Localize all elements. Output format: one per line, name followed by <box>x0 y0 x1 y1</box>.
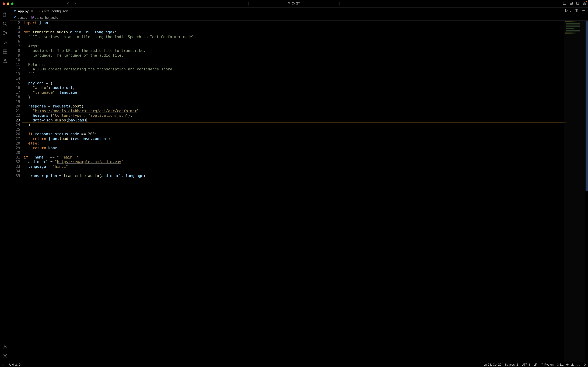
scrollbar[interactable] <box>586 21 588 362</box>
split-editor-icon[interactable] <box>575 9 578 13</box>
breadcrumb-symbol[interactable]: transcribe_audio <box>31 16 58 20</box>
function-icon <box>31 16 34 20</box>
svg-point-13 <box>3 34 4 35</box>
chevron-down-icon[interactable] <box>569 9 571 13</box>
status-bar: 0 0 Ln 23, Col 29 Spaces: 2 UTF-8 LF { }… <box>0 362 588 367</box>
settings-icon[interactable] <box>0 351 10 360</box>
svg-point-25 <box>583 10 584 11</box>
code-content[interactable]: import jsondef transcribe_audio(audio_ur… <box>24 21 588 362</box>
svg-rect-9 <box>583 3 584 4</box>
svg-rect-3 <box>570 2 573 4</box>
remote-icon[interactable] <box>2 363 6 366</box>
run-debug-icon[interactable] <box>0 38 10 47</box>
svg-point-24 <box>582 10 583 11</box>
code-editor[interactable]: 2345678910111213141516171819202122232425… <box>10 21 588 362</box>
explorer-icon[interactable] <box>0 10 10 19</box>
svg-point-26 <box>584 10 585 11</box>
activity-bar <box>0 7 10 362</box>
line-number-gutter[interactable]: 2345678910111213141516171819202122232425… <box>10 21 24 362</box>
svg-point-21 <box>5 355 6 356</box>
minimap[interactable] <box>564 21 585 362</box>
python-file-icon <box>13 10 17 13</box>
window-minimize[interactable] <box>7 2 9 5</box>
feedback-icon[interactable] <box>577 363 580 366</box>
panel-left-icon[interactable] <box>563 1 566 6</box>
svg-rect-7 <box>583 2 584 3</box>
nav-back-icon[interactable] <box>67 1 70 6</box>
language-mode[interactable]: { } Python <box>540 363 553 367</box>
panel-right-icon[interactable] <box>576 1 579 6</box>
command-center[interactable]: C4GT <box>249 1 339 6</box>
eol[interactable]: LF <box>534 363 537 367</box>
svg-point-30 <box>578 364 579 365</box>
svg-point-20 <box>4 345 6 346</box>
svg-point-12 <box>3 31 4 32</box>
search-icon <box>288 2 290 5</box>
scrollbar-thumb[interactable] <box>586 21 588 191</box>
run-icon[interactable] <box>564 9 568 13</box>
indentation[interactable]: Spaces: 2 <box>505 363 518 367</box>
command-center-text: C4GT <box>292 2 300 5</box>
chevron-right-icon: › <box>28 16 30 20</box>
svg-point-0 <box>288 2 290 4</box>
svg-rect-1 <box>563 2 566 4</box>
tab-bar: app.py × { } site_config.json <box>10 7 588 15</box>
tab-site-config-json[interactable]: { } site_config.json <box>37 8 72 15</box>
svg-rect-10 <box>585 3 586 4</box>
layout-icon[interactable] <box>583 1 586 6</box>
svg-point-14 <box>6 33 7 33</box>
svg-rect-16 <box>3 50 5 51</box>
tab-label: app.py <box>18 9 28 13</box>
source-control-icon[interactable] <box>0 28 10 38</box>
tab-label: site_config.json <box>44 9 68 13</box>
extensions-icon[interactable] <box>0 47 10 56</box>
svg-rect-18 <box>5 52 7 53</box>
nav-forward-icon[interactable] <box>73 1 77 6</box>
window-maximize[interactable] <box>11 2 13 5</box>
navigation-arrows <box>67 1 77 6</box>
svg-point-11 <box>3 22 6 25</box>
window-close[interactable] <box>3 2 5 5</box>
problems-indicator[interactable]: 0 0 <box>9 363 20 367</box>
window-controls <box>0 2 13 5</box>
python-interpreter[interactable]: 3.11.4 64-bit <box>557 363 574 367</box>
panel-bottom-icon[interactable] <box>570 1 573 6</box>
titlebar: C4GT <box>0 0 588 7</box>
breadcrumb-file[interactable]: app.py <box>14 16 27 20</box>
python-file-icon <box>14 16 17 20</box>
testing-icon[interactable] <box>0 56 10 65</box>
search-icon[interactable] <box>0 19 10 28</box>
close-icon[interactable]: × <box>31 9 33 13</box>
braces-icon: { } <box>540 363 543 367</box>
editor-group: app.py × { } site_config.json <box>10 7 588 362</box>
svg-rect-17 <box>3 52 5 53</box>
svg-rect-5 <box>577 2 579 4</box>
svg-rect-19 <box>5 50 7 51</box>
notifications-icon[interactable] <box>583 363 586 366</box>
more-icon[interactable] <box>582 9 585 13</box>
tab-app-py[interactable]: app.py × <box>11 8 36 14</box>
encoding[interactable]: UTF-8 <box>521 363 530 367</box>
svg-rect-8 <box>585 2 586 3</box>
json-file-icon: { } <box>40 10 43 13</box>
breadcrumbs[interactable]: app.py › transcribe_audio <box>10 15 588 21</box>
accounts-icon[interactable] <box>0 342 10 351</box>
cursor-position[interactable]: Ln 23, Col 29 <box>484 363 501 367</box>
